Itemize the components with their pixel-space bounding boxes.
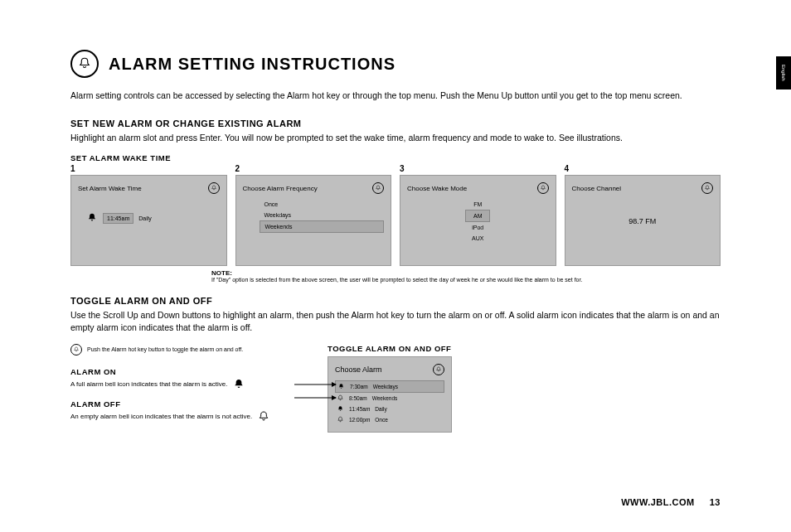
alarm-row-4: 12:00pm Once	[335, 414, 444, 425]
illustration-panels: 1 Set Alarm Wake Time 11:45am Daily 2 Ch…	[70, 164, 721, 266]
panel-1-time: 11:45am	[103, 213, 133, 224]
section-toggle-body: Use the Scroll Up and Down buttons to hi…	[70, 309, 721, 333]
bell-outline-icon	[257, 410, 270, 423]
alarm-row-3-freq: Daily	[375, 406, 386, 412]
bell-icon	[537, 182, 549, 194]
panel-3-number: 3	[400, 164, 556, 173]
panel-set-wake-time: Set Alarm Wake Time 11:45am Daily	[70, 175, 227, 266]
alarm-row-2-time: 8:50am	[349, 395, 367, 401]
set-wake-time-subhead: SET ALARM WAKE TIME	[70, 153, 721, 162]
page-footer: WWW.JBL.COM 13	[621, 497, 721, 507]
language-tab: English	[776, 56, 791, 89]
alarm-row-2-freq: Weekends	[372, 395, 398, 401]
bell-icon	[372, 182, 384, 194]
panel-3-title: Choose Wake Mode	[407, 185, 467, 192]
panel-2-title: Choose Alarm Frequency	[243, 185, 318, 192]
bell-outline-icon	[337, 394, 344, 402]
bell-icon	[701, 182, 713, 194]
alarm-row-1: 7:30am Weekdays	[335, 380, 444, 393]
freq-option-weekends: Weekends	[260, 220, 385, 233]
alarm-off-text: An empty alarm bell icon indicates that …	[70, 413, 252, 420]
freq-option-once: Once	[260, 199, 385, 210]
section-toggle-heading: TOGGLE ALARM ON AND OFF	[70, 296, 721, 306]
panel-choose-frequency: Choose Alarm Frequency Once Weekdays Wee…	[235, 175, 392, 266]
panel-1-number: 1	[70, 164, 227, 173]
alarm-row-2: 8:50am Weekends	[335, 393, 444, 404]
panel-4-number: 4	[565, 164, 721, 173]
alarm-on-text: A full alarm bell icon indicates that th…	[70, 380, 227, 388]
panel-2-number: 2	[235, 164, 392, 173]
choose-panel-subhead: TOGGLE ALARM ON AND OFF	[328, 344, 721, 353]
bell-icon	[70, 50, 99, 78]
panel-1-freq: Daily	[138, 215, 152, 221]
footer-page-number: 13	[710, 497, 721, 507]
bell-solid-icon	[337, 405, 344, 413]
note-text: If "Day" option is selected from the abo…	[211, 277, 582, 283]
alarm-row-4-time: 12:00pm	[349, 417, 370, 423]
footer-url: WWW.JBL.COM	[621, 497, 695, 507]
note-label: NOTE:	[211, 269, 232, 277]
bell-icon	[70, 344, 82, 355]
section-new-body: Highlight an alarm slot and press Enter.…	[70, 132, 721, 144]
page-content: ALARM SETTING INSTRUCTIONS Alarm setting…	[0, 0, 791, 449]
panel-4-title: Choose Channel	[572, 185, 622, 192]
intro-text: Alarm setting controls can be accessed b…	[70, 89, 721, 102]
mode-option-fm: FM	[407, 199, 549, 210]
mode-option-am: AM	[465, 210, 490, 222]
alarm-row-1-freq: Weekdays	[373, 384, 398, 389]
mode-option-aux: AUX	[407, 233, 549, 244]
alarm-row-1-time: 7:30am	[350, 384, 368, 389]
choose-panel-title: Choose Alarm	[335, 365, 382, 374]
mode-option-ipod: iPod	[407, 222, 549, 233]
note-block: NOTE: If "Day" option is selected from t…	[211, 269, 721, 283]
panel-choose-channel: Choose Channel 98.7 FM	[565, 175, 721, 266]
alarm-row-3: 11:45am Daily	[335, 404, 444, 414]
page-title: ALARM SETTING INSTRUCTIONS	[109, 55, 396, 74]
bell-solid-icon	[232, 378, 245, 391]
alarm-off-heading: ALARM OFF	[70, 399, 303, 409]
panel-choose-wake-mode: Choose Wake Mode FM AM iPod AUX	[400, 175, 556, 266]
bell-icon	[433, 364, 444, 375]
panel-1-title: Set Alarm Wake Time	[78, 185, 142, 192]
section-new-heading: SET NEW ALARM OR CHANGE EXISTING ALARM	[70, 118, 721, 128]
bell-solid-icon	[337, 383, 345, 390]
freq-option-weekdays: Weekdays	[260, 210, 385, 220]
alarm-on-heading: ALARM ON	[70, 367, 303, 376]
alarm-row-3-time: 11:45am	[349, 406, 370, 412]
hint-text: Push the Alarm hot key button to toggle …	[87, 346, 243, 352]
panel-4-value: 98.7 FM	[572, 217, 714, 225]
choose-alarm-panel: Choose Alarm 7:30am Weekdays 8:50am Week…	[328, 356, 452, 433]
bell-outline-icon	[337, 416, 344, 423]
alarm-row-4-freq: Once	[375, 417, 388, 423]
bell-solid-icon	[86, 212, 98, 224]
bell-icon	[208, 182, 220, 194]
